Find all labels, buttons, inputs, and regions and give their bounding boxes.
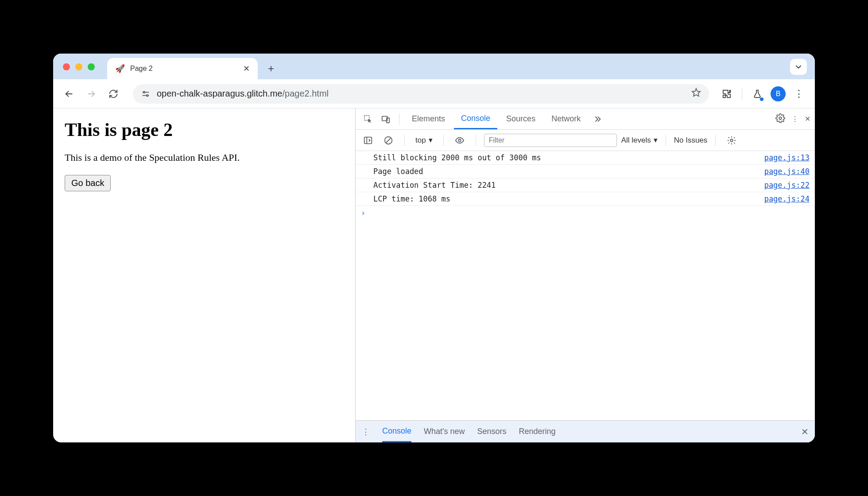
gear-icon xyxy=(727,136,736,145)
go-back-button[interactable]: Go back xyxy=(65,175,111,191)
close-tab-button[interactable]: ✕ xyxy=(243,64,250,74)
drawer-tab-whats-new[interactable]: What's new xyxy=(424,421,465,442)
console-settings-button[interactable] xyxy=(724,132,740,148)
devtools-menu-button[interactable]: ⋮ xyxy=(791,115,798,123)
tab-console[interactable]: Console xyxy=(454,108,497,129)
profile-avatar[interactable]: B xyxy=(771,86,786,101)
forward-button[interactable] xyxy=(82,85,100,103)
svg-line-16 xyxy=(386,138,391,143)
reload-icon xyxy=(108,89,118,99)
tab-search-button[interactable] xyxy=(790,59,807,75)
live-expression-button[interactable] xyxy=(452,132,468,148)
clear-console-button[interactable] xyxy=(380,132,396,148)
devtools-drawer: ⋮ Console What's new Sensors Rendering ✕ xyxy=(356,420,815,442)
caret-down-icon: ▾ xyxy=(429,136,433,145)
chevron-down-icon xyxy=(794,62,803,72)
devtools-tab-bar: Elements Console Sources Network ⋮ ✕ xyxy=(356,108,815,130)
page-paragraph: This is a demo of the Speculation Rules … xyxy=(65,152,344,163)
clear-icon xyxy=(384,136,393,145)
minimize-window-button[interactable] xyxy=(75,63,82,70)
console-log-row: Page loaded page.js:40 xyxy=(356,165,815,178)
site-settings-icon[interactable] xyxy=(141,89,151,99)
url-text: open-chalk-asparagus.glitch.me/page2.htm… xyxy=(157,89,329,99)
drawer-tab-sensors[interactable]: Sensors xyxy=(477,421,507,442)
console-log-row: LCP time: 1068 ms page.js:24 xyxy=(356,192,815,206)
log-message: Page loaded xyxy=(373,167,756,176)
log-message: LCP time: 1068 ms xyxy=(373,194,756,203)
console-prompt[interactable]: › xyxy=(356,206,815,220)
toolbar-divider xyxy=(742,88,742,100)
devtools-panel: Elements Console Sources Network ⋮ ✕ xyxy=(355,108,815,442)
console-filter-input[interactable] xyxy=(484,134,617,147)
separator xyxy=(404,135,405,146)
rendered-page: This is page 2 This is a demo of the Spe… xyxy=(53,108,355,442)
drawer-close-button[interactable]: ✕ xyxy=(801,426,809,437)
log-message: Activation Start Time: 2241 xyxy=(373,181,756,190)
issues-indicator[interactable]: No Issues xyxy=(674,136,708,145)
puzzle-icon xyxy=(722,89,732,99)
log-source-link[interactable]: page.js:24 xyxy=(764,194,810,203)
caret-down-icon: ▾ xyxy=(654,136,658,145)
console-toolbar: top ▾ All levels▾ No Issues xyxy=(356,130,815,151)
console-output: Still blocking 2000 ms out of 3000 ms pa… xyxy=(356,151,815,420)
maximize-window-button[interactable] xyxy=(88,63,95,70)
console-log-row: Still blocking 2000 ms out of 3000 ms pa… xyxy=(356,151,815,165)
address-bar[interactable]: open-chalk-asparagus.glitch.me/page2.htm… xyxy=(133,84,709,104)
tab-favicon-icon: 🚀 xyxy=(115,64,125,74)
new-tab-button[interactable]: + xyxy=(262,60,280,78)
devtools-settings-button[interactable] xyxy=(775,113,785,125)
reload-button[interactable] xyxy=(105,85,122,103)
page-heading: This is page 2 xyxy=(65,119,344,140)
svg-point-18 xyxy=(731,139,733,142)
separator xyxy=(715,135,716,146)
device-toolbar-button[interactable] xyxy=(378,111,394,127)
tab-strip: 🚀 Page 2 ✕ + xyxy=(53,54,815,79)
more-tabs-button[interactable] xyxy=(589,111,605,127)
drawer-tab-rendering[interactable]: Rendering xyxy=(519,421,556,442)
arrow-right-icon xyxy=(86,89,96,99)
svg-point-12 xyxy=(779,117,782,120)
devtools-close-button[interactable]: ✕ xyxy=(805,115,810,123)
close-window-button[interactable] xyxy=(63,63,70,70)
separator xyxy=(443,135,444,146)
experiments-button[interactable] xyxy=(748,85,766,103)
bookmark-button[interactable] xyxy=(691,88,701,100)
browser-menu-button[interactable]: ⋮ xyxy=(790,85,808,103)
back-button[interactable] xyxy=(60,85,78,103)
log-levels-dropdown[interactable]: All levels▾ xyxy=(621,136,658,145)
svg-point-5 xyxy=(147,94,148,96)
tab-sources[interactable]: Sources xyxy=(499,108,542,129)
svg-marker-8 xyxy=(692,88,700,96)
extensions-button[interactable] xyxy=(718,85,736,103)
drawer-menu-button[interactable]: ⋮ xyxy=(362,427,370,437)
window-controls xyxy=(63,63,95,70)
tab-network[interactable]: Network xyxy=(544,108,588,129)
toggle-sidebar-button[interactable] xyxy=(360,132,376,148)
console-log-row: Activation Start Time: 2241 page.js:22 xyxy=(356,178,815,192)
separator xyxy=(399,113,399,125)
avatar-initial: B xyxy=(776,90,781,98)
log-source-link[interactable]: page.js:22 xyxy=(764,181,810,190)
browser-window: 🚀 Page 2 ✕ + open-chalk-asparagus.glitch… xyxy=(53,54,815,442)
log-message: Still blocking 2000 ms out of 3000 ms xyxy=(373,153,756,162)
content-area: This is page 2 This is a demo of the Spe… xyxy=(53,108,815,442)
tab-title: Page 2 xyxy=(130,65,238,73)
tab-elements[interactable]: Elements xyxy=(405,108,452,129)
gear-icon xyxy=(775,113,785,123)
separator xyxy=(476,135,476,146)
arrow-left-icon xyxy=(64,89,74,99)
log-source-link[interactable]: page.js:13 xyxy=(764,153,810,162)
inspect-element-button[interactable] xyxy=(360,111,376,127)
drawer-tab-console[interactable]: Console xyxy=(382,421,411,442)
devices-icon xyxy=(381,114,391,124)
svg-point-17 xyxy=(458,139,461,142)
inspect-icon xyxy=(363,114,373,124)
sidebar-icon xyxy=(363,136,373,145)
svg-point-2 xyxy=(143,91,145,93)
log-source-link[interactable]: page.js:40 xyxy=(764,167,810,176)
browser-tab[interactable]: 🚀 Page 2 ✕ xyxy=(107,58,258,79)
context-selector[interactable]: top ▾ xyxy=(413,136,435,145)
chevrons-right-icon xyxy=(593,114,602,124)
separator xyxy=(666,135,666,146)
eye-icon xyxy=(455,136,465,145)
